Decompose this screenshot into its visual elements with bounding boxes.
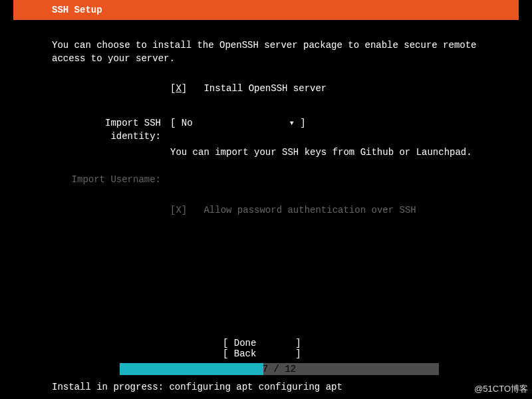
description-text: You can choose to install the OpenSSH se… [52,39,480,66]
install-openssh-checkbox[interactable]: [X] [170,83,187,94]
spacer [52,162,480,173]
import-username-row: Import Username: [52,173,480,186]
spacer [52,98,480,116]
progress-bar: 7 / 12 [120,363,439,375]
install-openssh-label: Install OpenSSH server [203,83,327,94]
installer-screen: SSH Setup You can choose to install the … [13,0,519,399]
install-openssh-checkmark: X [176,83,181,94]
import-identity-label: Import SSH identity: [52,116,170,144]
done-button[interactable]: [ Done ] [223,338,309,348]
watermark: @51CTO博客 [474,383,528,395]
import-identity-row: Import SSH identity: [ No▾ ] [52,116,480,144]
title-bar: SSH Setup [13,0,519,20]
progress-text: 7 / 12 [120,363,439,375]
import-identity-hint: You can import your SSH keys from Github… [170,146,480,159]
allow-password-row: [X] Allow password authentication over S… [52,203,480,217]
content-area: You can choose to install the OpenSSH se… [13,20,519,217]
install-openssh-row: [X] Install OpenSSH server [52,82,480,95]
install-openssh-control[interactable]: [X] Install OpenSSH server [170,82,480,95]
import-identity-hint-row: You can import your SSH keys from Github… [52,146,480,159]
back-button[interactable]: [ Back ] [223,348,309,359]
import-identity-dropdown[interactable]: [ No▾ ] [170,118,306,128]
page-title: SSH Setup [52,5,102,15]
status-line: Install in progress: configuring apt con… [52,382,342,392]
import-username-label: Import Username: [52,173,170,186]
allow-password-label: Allow password authentication over SSH [203,205,416,215]
allow-password-checkmark: X [176,205,181,215]
nav-buttons: [ Done ] [ Back ] [13,338,519,359]
allow-password-control: [X] Allow password authentication over S… [170,203,480,217]
spacer [52,189,480,203]
allow-password-checkbox: [X] [170,205,187,215]
chevron-down-icon: ▾ [289,116,294,130]
import-identity-value: No [182,116,193,130]
